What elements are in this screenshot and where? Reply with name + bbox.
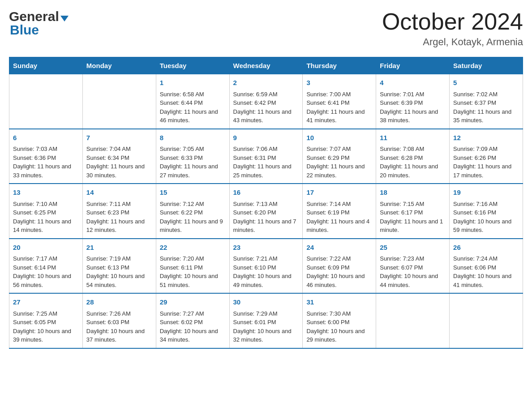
day-info-line: Daylight: 11 hours and 33 minutes. [13, 162, 79, 180]
calendar-cell: 17Sunrise: 7:14 AMSunset: 6:19 PMDayligh… [303, 184, 376, 239]
day-info-line: Sunrise: 7:10 AM [13, 200, 79, 209]
day-info-line: Daylight: 11 hours and 41 minutes. [306, 107, 372, 125]
day-info-line: Sunrise: 7:03 AM [13, 145, 79, 154]
day-info-line: Daylight: 10 hours and 46 minutes. [306, 272, 372, 289]
calendar-week-1: 1Sunrise: 6:58 AMSunset: 6:44 PMDaylight… [9, 74, 523, 129]
day-info-line: Daylight: 10 hours and 34 minutes. [160, 327, 226, 344]
calendar-cell: 11Sunrise: 7:08 AMSunset: 6:28 PMDayligh… [376, 129, 450, 184]
calendar-cell: 22Sunrise: 7:20 AMSunset: 6:11 PMDayligh… [156, 239, 229, 294]
day-number: 9 [233, 133, 299, 143]
calendar-cell: 9Sunrise: 7:06 AMSunset: 6:31 PMDaylight… [229, 129, 303, 184]
day-info-line: Sunrise: 7:11 AM [86, 200, 152, 209]
day-info-line: Sunrise: 7:06 AM [233, 145, 299, 154]
day-info-line: Sunrise: 7:02 AM [453, 90, 519, 99]
day-info-line: Sunset: 6:17 PM [380, 208, 446, 217]
day-number: 1 [160, 78, 226, 88]
day-number: 20 [13, 243, 79, 253]
calendar-cell: 2Sunrise: 6:59 AMSunset: 6:42 PMDaylight… [229, 74, 303, 129]
day-info-line: Sunrise: 7:27 AM [160, 309, 226, 318]
day-number: 2 [233, 78, 299, 88]
day-info-line: Daylight: 11 hours and 7 minutes. [233, 217, 299, 235]
day-info-line: Sunset: 6:05 PM [13, 318, 79, 327]
calendar-cell: 23Sunrise: 7:21 AMSunset: 6:10 PMDayligh… [229, 239, 303, 294]
day-number: 6 [13, 133, 79, 143]
day-info-line: Daylight: 11 hours and 17 minutes. [453, 162, 519, 180]
day-info-line: Sunrise: 7:04 AM [86, 145, 152, 154]
calendar-cell: 25Sunrise: 7:23 AMSunset: 6:07 PMDayligh… [376, 239, 450, 294]
calendar-header-thursday: Thursday [303, 57, 376, 74]
day-info-line: Sunrise: 7:14 AM [306, 200, 372, 209]
day-info-line: Sunrise: 7:23 AM [380, 254, 446, 263]
logo: General Blue [9, 9, 69, 38]
day-info-line: Sunset: 6:06 PM [453, 263, 519, 272]
day-number: 7 [86, 133, 152, 143]
day-number: 21 [86, 243, 152, 253]
calendar-week-5: 27Sunrise: 7:25 AMSunset: 6:05 PMDayligh… [9, 293, 523, 348]
day-info-line: Daylight: 10 hours and 32 minutes. [233, 327, 299, 344]
day-info-line: Sunset: 6:31 PM [233, 154, 299, 163]
day-info-line: Sunset: 6:28 PM [380, 154, 446, 163]
page-header: General Blue October 2024 Argel, Kotayk,… [9, 9, 523, 48]
day-info-line: Sunrise: 7:08 AM [380, 145, 446, 154]
calendar-cell: 12Sunrise: 7:09 AMSunset: 6:26 PMDayligh… [450, 129, 523, 184]
calendar-cell: 21Sunrise: 7:19 AMSunset: 6:13 PMDayligh… [82, 239, 156, 294]
day-number: 16 [233, 188, 299, 198]
calendar-table: SundayMondayTuesdayWednesdayThursdayFrid… [9, 57, 523, 349]
location: Argel, Kotayk, Armenia [382, 36, 523, 48]
month-title: October 2024 [382, 9, 523, 34]
day-info-line: Daylight: 11 hours and 46 minutes. [160, 107, 226, 125]
day-info-line: Sunset: 6:33 PM [160, 154, 226, 163]
day-info-line: Sunset: 6:44 PM [160, 98, 226, 107]
day-info-line: Sunrise: 7:25 AM [13, 309, 79, 318]
day-info-line: Sunrise: 7:22 AM [306, 254, 372, 263]
day-info-line: Daylight: 11 hours and 14 minutes. [13, 217, 79, 235]
day-number: 15 [160, 188, 226, 198]
day-info-line: Daylight: 10 hours and 37 minutes. [86, 327, 152, 344]
day-info-line: Daylight: 10 hours and 44 minutes. [380, 272, 446, 289]
day-info-line: Sunset: 6:10 PM [233, 263, 299, 272]
day-number: 17 [306, 188, 372, 198]
calendar-cell [9, 74, 83, 129]
day-number: 24 [306, 243, 372, 253]
day-info-line: Sunset: 6:00 PM [306, 318, 372, 327]
day-info-line: Daylight: 11 hours and 43 minutes. [233, 107, 299, 125]
calendar-cell: 30Sunrise: 7:29 AMSunset: 6:01 PMDayligh… [229, 293, 303, 348]
calendar-header-saturday: Saturday [450, 57, 523, 74]
day-info-line: Sunrise: 7:01 AM [380, 90, 446, 99]
day-info-line: Sunset: 6:25 PM [13, 208, 79, 217]
day-info-line: Sunset: 6:07 PM [380, 263, 446, 272]
calendar-cell: 29Sunrise: 7:27 AMSunset: 6:02 PMDayligh… [156, 293, 229, 348]
day-info-line: Daylight: 10 hours and 29 minutes. [306, 327, 372, 344]
calendar-cell: 1Sunrise: 6:58 AMSunset: 6:44 PMDaylight… [156, 74, 229, 129]
day-info-line: Daylight: 11 hours and 35 minutes. [453, 107, 519, 125]
day-info-line: Sunrise: 7:20 AM [160, 254, 226, 263]
calendar-cell: 28Sunrise: 7:26 AMSunset: 6:03 PMDayligh… [82, 293, 156, 348]
calendar-cell: 8Sunrise: 7:05 AMSunset: 6:33 PMDaylight… [156, 129, 229, 184]
day-info-line: Sunrise: 7:13 AM [233, 200, 299, 209]
day-number: 14 [86, 188, 152, 198]
day-number: 25 [380, 243, 446, 253]
day-number: 10 [306, 133, 372, 143]
day-info-line: Sunset: 6:16 PM [453, 208, 519, 217]
day-info-line: Sunset: 6:29 PM [306, 154, 372, 163]
calendar-week-3: 13Sunrise: 7:10 AMSunset: 6:25 PMDayligh… [9, 184, 523, 239]
logo-blue-text: Blue [9, 22, 39, 38]
day-number: 3 [306, 78, 372, 88]
day-info-line: Sunrise: 7:12 AM [160, 200, 226, 209]
day-number: 26 [453, 243, 519, 253]
day-number: 27 [13, 297, 79, 308]
day-info-line: Sunrise: 7:09 AM [453, 145, 519, 154]
calendar-cell: 18Sunrise: 7:15 AMSunset: 6:17 PMDayligh… [376, 184, 450, 239]
day-info-line: Daylight: 11 hours and 1 minute. [380, 217, 446, 235]
day-number: 8 [160, 133, 226, 143]
day-info-line: Sunset: 6:39 PM [380, 98, 446, 107]
calendar-header-tuesday: Tuesday [156, 57, 229, 74]
day-number: 19 [453, 188, 519, 198]
day-info-line: Sunset: 6:34 PM [86, 154, 152, 163]
day-info-line: Sunset: 6:37 PM [453, 98, 519, 107]
calendar-cell: 24Sunrise: 7:22 AMSunset: 6:09 PMDayligh… [303, 239, 376, 294]
day-info-line: Daylight: 10 hours and 39 minutes. [13, 327, 79, 344]
calendar-cell [82, 74, 156, 129]
calendar-cell [376, 293, 450, 348]
day-info-line: Sunrise: 7:29 AM [233, 309, 299, 318]
